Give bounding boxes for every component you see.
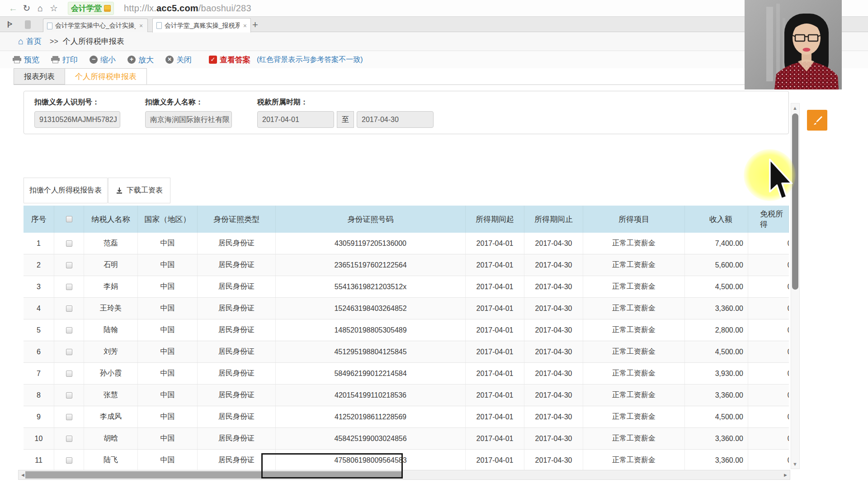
withholder-name-label: 扣缴义务人名称：	[145, 98, 203, 107]
panel-toggle-icon[interactable]: |>	[7, 20, 11, 28]
cell-name: 石明	[84, 254, 138, 276]
cell-item: 正常工资薪金	[583, 406, 685, 427]
col-header-country: 国家（地区）	[138, 206, 198, 233]
refresh-icon[interactable]: ↻	[20, 3, 33, 14]
scroll-up-icon[interactable]: ▲	[793, 105, 797, 111]
download-salary-button[interactable]: 下载工资表	[108, 178, 170, 203]
scroll-right-icon[interactable]: ►	[783, 472, 788, 478]
cell-select	[54, 385, 84, 406]
period-end-field[interactable]: 2017-04-30	[357, 111, 434, 128]
cell-id-no: 420154199110218536	[276, 385, 466, 406]
breadcrumb-current: 个人所得税申报表	[63, 36, 124, 47]
cell-period-end: 2017-04-30	[524, 233, 583, 254]
close-button[interactable]: × 关闭	[165, 55, 192, 65]
withholder-id-field[interactable]: 91310526MAJMH5782J	[34, 111, 120, 128]
breadcrumb-home-link[interactable]: 首页	[26, 36, 42, 47]
table-row[interactable]: 8 张慧 中国 居民身份证 420154199110218536 2017-04…	[24, 385, 789, 406]
table-row[interactable]: 4 王玲美 中国 居民身份证 152463198403264852 2017-0…	[24, 298, 789, 319]
table-row[interactable]: 7 孙小霞 中国 居民身份证 584962199012214584 2017-0…	[24, 363, 789, 385]
cell-item: 正常工资薪金	[583, 450, 685, 470]
cell-exempt: 0.00	[748, 298, 789, 319]
withholding-report-label: 扣缴个人所得税报告表	[29, 186, 102, 195]
home-icon[interactable]: ⌂	[33, 3, 47, 14]
row-checkbox[interactable]	[66, 457, 72, 464]
scroll-left-icon[interactable]: ◄	[20, 472, 25, 478]
taxpayer-table: 序号 纳税人名称 国家（地区） 身份证照类型 身份证照号码 所得期间起 所得期间…	[24, 206, 789, 470]
row-checkbox[interactable]	[66, 349, 72, 355]
col-header-period-end: 所得期间止	[524, 206, 583, 233]
table-row[interactable]: 11 陆飞 中国 居民身份证 475806198009564583 2017-0…	[24, 450, 789, 470]
cell-select	[54, 233, 84, 254]
row-checkbox[interactable]	[66, 284, 72, 290]
cell-id-type: 居民身份证	[198, 428, 276, 449]
row-checkbox[interactable]	[66, 327, 72, 333]
cell-period-start: 2017-04-01	[466, 319, 524, 341]
table-row[interactable]: 5 陆翰 中国 居民身份证 148520198805305489 2017-04…	[24, 319, 789, 341]
cell-income: 2,800.00	[685, 319, 748, 341]
tab-personal-income-tax[interactable]: 个人所得税申报表	[65, 68, 147, 84]
cell-id-type: 居民身份证	[198, 233, 276, 254]
col-header-income: 收入额	[685, 206, 748, 233]
browser-tab-2-active[interactable]: 会计学堂_真账实操_报税系统 ×	[152, 18, 251, 33]
table-row[interactable]: 9 李成风 中国 居民身份证 412520198611228569 2017-0…	[24, 406, 789, 428]
horizontal-scrollbar[interactable]: ◄ ►	[18, 470, 790, 480]
cell-name: 张慧	[84, 385, 138, 406]
row-checkbox[interactable]	[66, 414, 72, 420]
withholding-report-tab[interactable]: 扣缴个人所得税报告表	[24, 178, 108, 203]
select-all-checkbox[interactable]	[66, 216, 72, 222]
close-tab-icon[interactable]: ×	[243, 22, 247, 29]
address-bar[interactable]: http://lx.acc5.com/baoshui/283	[124, 3, 251, 14]
cell-select	[54, 341, 84, 362]
row-checkbox[interactable]	[66, 371, 72, 377]
cell-country: 中国	[138, 406, 198, 427]
cell-name: 范磊	[84, 233, 138, 254]
cell-period-end: 2017-04-30	[524, 385, 583, 406]
cell-name: 陆翰	[84, 319, 138, 341]
cell-period-end: 2017-04-30	[524, 254, 583, 276]
browser-tab-1[interactable]: 会计学堂实操中心_会计实操_会 ×	[43, 19, 148, 33]
col-header-name: 纳税人名称	[84, 206, 138, 233]
scroll-down-icon[interactable]: ▼	[793, 461, 797, 467]
row-checkbox[interactable]	[66, 392, 72, 399]
row-checkbox[interactable]	[66, 305, 72, 312]
print-button[interactable]: 打印	[51, 55, 78, 65]
cell-country: 中国	[138, 341, 198, 362]
cell-id-type: 居民身份证	[198, 385, 276, 406]
row-checkbox[interactable]	[66, 262, 72, 268]
table-row[interactable]: 6 刘芳 中国 居民身份证 451295198804125845 2017-04…	[24, 341, 789, 363]
withholder-name-field[interactable]: 南京海润国际旅行社有限	[145, 111, 232, 128]
printer-icon	[51, 56, 60, 63]
table-row[interactable]: 1 范磊 中国 居民身份证 430591197205136000 2017-04…	[24, 233, 789, 254]
back-icon[interactable]: ←	[6, 3, 20, 14]
view-answer-button[interactable]: ✓ 查看答案	[209, 55, 250, 65]
row-checkbox[interactable]	[66, 240, 72, 247]
browser-tab-2-label: 会计学堂_真账实操_报税系统	[165, 22, 240, 30]
cell-country: 中国	[138, 385, 198, 406]
close-tab-icon[interactable]: ×	[139, 22, 143, 29]
annotate-brush-button[interactable]	[807, 110, 827, 131]
cell-income: 3,360.00	[685, 428, 748, 449]
period-start-field[interactable]: 2017-04-01	[257, 111, 334, 128]
cell-id-type: 居民身份证	[198, 254, 276, 276]
cell-no: 4	[24, 298, 54, 319]
cell-id-type: 居民身份证	[198, 406, 276, 427]
tab-report-list[interactable]: 报表列表	[14, 68, 65, 84]
cell-period-start: 2017-04-01	[466, 406, 524, 427]
site-badge[interactable]: 会计学堂	[68, 2, 114, 15]
star-icon[interactable]: ☆	[47, 3, 61, 14]
cell-select	[54, 406, 84, 427]
preview-button[interactable]: 预览	[13, 55, 39, 65]
row-checkbox[interactable]	[66, 436, 72, 442]
new-tab-button[interactable]: +	[252, 19, 258, 31]
cell-exempt: 0.00	[748, 233, 789, 254]
table-row[interactable]: 3 李娟 中国 居民身份证 55413619821203512x 2017-04…	[24, 276, 789, 298]
cell-period-start: 2017-04-01	[466, 233, 524, 254]
minus-circle-icon: −	[90, 56, 98, 64]
table-row[interactable]: 10 胡晗 中国 居民身份证 458425199003024856 2017-0…	[24, 428, 789, 450]
table-row[interactable]: 2 石明 中国 居民身份证 236515197602122564 2017-04…	[24, 254, 789, 276]
cell-select	[54, 254, 84, 276]
zoom-out-button[interactable]: − 缩小	[90, 55, 116, 65]
zoom-in-button[interactable]: + 放大	[127, 55, 154, 65]
device-icon[interactable]	[25, 20, 31, 29]
cell-id-type: 居民身份证	[198, 341, 276, 362]
